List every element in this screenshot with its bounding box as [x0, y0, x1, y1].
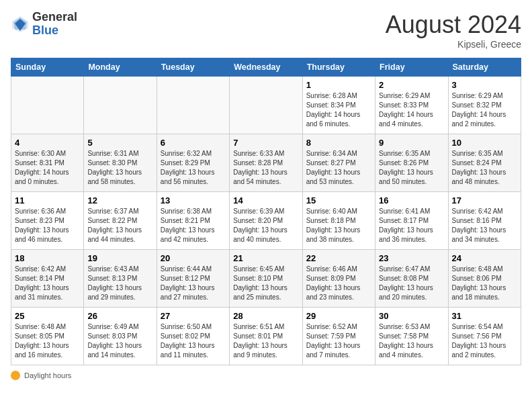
day-info: Sunrise: 6:35 AM Sunset: 8:24 PM Dayligh… — [452, 149, 517, 187]
day-number: 23 — [379, 253, 444, 263]
calendar-cell: 29Sunrise: 6:52 AM Sunset: 7:59 PM Dayli… — [302, 308, 375, 365]
logo: General Blue — [11, 11, 77, 38]
page-header: General Blue August 2024 Kipseli, Greece — [11, 11, 521, 50]
day-info: Sunrise: 6:50 AM Sunset: 8:02 PM Dayligh… — [161, 322, 226, 360]
day-number: 31 — [452, 311, 517, 321]
day-info: Sunrise: 6:31 AM Sunset: 8:30 PM Dayligh… — [87, 149, 152, 187]
day-info: Sunrise: 6:54 AM Sunset: 7:56 PM Dayligh… — [452, 322, 517, 360]
day-number: 26 — [87, 311, 152, 321]
calendar-cell: 17Sunrise: 6:42 AM Sunset: 8:16 PM Dayli… — [448, 192, 521, 250]
calendar-cell: 30Sunrise: 6:53 AM Sunset: 7:58 PM Dayli… — [375, 308, 448, 365]
day-info: Sunrise: 6:32 AM Sunset: 8:29 PM Dayligh… — [161, 149, 226, 187]
day-number: 25 — [15, 311, 80, 321]
header-cell-thursday: Thursday — [302, 58, 375, 77]
day-info: Sunrise: 6:53 AM Sunset: 7:58 PM Dayligh… — [379, 322, 444, 360]
day-number: 12 — [87, 195, 152, 205]
calendar-cell: 22Sunrise: 6:46 AM Sunset: 8:09 PM Dayli… — [302, 250, 375, 308]
calendar-cell: 14Sunrise: 6:39 AM Sunset: 8:20 PM Dayli… — [230, 192, 302, 250]
day-number: 21 — [233, 253, 298, 263]
header-cell-friday: Friday — [375, 58, 448, 77]
day-number: 4 — [15, 138, 80, 148]
day-info: Sunrise: 6:42 AM Sunset: 8:16 PM Dayligh… — [452, 207, 517, 244]
calendar-cell: 5Sunrise: 6:31 AM Sunset: 8:30 PM Daylig… — [84, 134, 157, 192]
day-number: 3 — [452, 80, 517, 90]
day-info: Sunrise: 6:28 AM Sunset: 8:34 PM Dayligh… — [306, 91, 371, 129]
calendar-cell: 28Sunrise: 6:51 AM Sunset: 8:01 PM Dayli… — [230, 308, 302, 365]
calendar-cell: 31Sunrise: 6:54 AM Sunset: 7:56 PM Dayli… — [448, 308, 521, 365]
calendar-week-1: 1Sunrise: 6:28 AM Sunset: 8:34 PM Daylig… — [11, 77, 521, 134]
day-number: 14 — [233, 195, 298, 205]
day-info: Sunrise: 6:36 AM Sunset: 8:23 PM Dayligh… — [15, 207, 80, 244]
calendar-cell: 21Sunrise: 6:45 AM Sunset: 8:10 PM Dayli… — [230, 250, 302, 308]
calendar-cell: 15Sunrise: 6:40 AM Sunset: 8:18 PM Dayli… — [302, 192, 375, 250]
daylight-label: Daylight hours — [24, 371, 71, 379]
day-info: Sunrise: 6:30 AM Sunset: 8:31 PM Dayligh… — [15, 149, 80, 187]
header-cell-tuesday: Tuesday — [157, 58, 229, 77]
calendar-cell: 11Sunrise: 6:36 AM Sunset: 8:23 PM Dayli… — [11, 192, 84, 250]
month-year-title: August 2024 — [386, 11, 521, 39]
day-number: 2 — [379, 80, 444, 90]
logo-icon — [11, 15, 30, 34]
logo-blue-text: Blue — [32, 24, 77, 38]
day-number: 27 — [161, 311, 226, 321]
day-info: Sunrise: 6:40 AM Sunset: 8:18 PM Dayligh… — [306, 207, 371, 244]
day-info: Sunrise: 6:44 AM Sunset: 8:12 PM Dayligh… — [161, 265, 226, 302]
calendar-cell: 9Sunrise: 6:35 AM Sunset: 8:26 PM Daylig… — [375, 134, 448, 192]
day-number: 28 — [233, 311, 298, 321]
day-number: 17 — [452, 195, 517, 205]
day-info: Sunrise: 6:45 AM Sunset: 8:10 PM Dayligh… — [233, 265, 298, 302]
header-cell-saturday: Saturday — [448, 58, 521, 77]
title-section: August 2024 Kipseli, Greece — [386, 11, 521, 50]
calendar-cell: 10Sunrise: 6:35 AM Sunset: 8:24 PM Dayli… — [448, 134, 521, 192]
day-info: Sunrise: 6:35 AM Sunset: 8:26 PM Dayligh… — [379, 149, 444, 187]
logo-text: General Blue — [32, 11, 77, 38]
footer-note: Daylight hours — [11, 371, 521, 380]
day-number: 18 — [15, 253, 80, 263]
day-info: Sunrise: 6:33 AM Sunset: 8:28 PM Dayligh… — [233, 149, 298, 187]
calendar-cell: 2Sunrise: 6:29 AM Sunset: 8:33 PM Daylig… — [375, 77, 448, 134]
calendar-cell: 13Sunrise: 6:38 AM Sunset: 8:21 PM Dayli… — [157, 192, 229, 250]
day-info: Sunrise: 6:29 AM Sunset: 8:32 PM Dayligh… — [452, 91, 517, 129]
day-info: Sunrise: 6:39 AM Sunset: 8:20 PM Dayligh… — [233, 207, 298, 244]
day-number: 13 — [161, 195, 226, 205]
day-number: 29 — [306, 311, 371, 321]
day-number: 9 — [379, 138, 444, 148]
calendar-cell: 3Sunrise: 6:29 AM Sunset: 8:32 PM Daylig… — [448, 77, 521, 134]
day-number: 19 — [87, 253, 152, 263]
day-number: 7 — [233, 138, 298, 148]
day-number: 8 — [306, 138, 371, 148]
day-info: Sunrise: 6:51 AM Sunset: 8:01 PM Dayligh… — [233, 322, 298, 360]
day-info: Sunrise: 6:37 AM Sunset: 8:22 PM Dayligh… — [87, 207, 152, 244]
calendar-cell: 6Sunrise: 6:32 AM Sunset: 8:29 PM Daylig… — [157, 134, 229, 192]
calendar-header-row: SundayMondayTuesdayWednesdayThursdayFrid… — [11, 58, 521, 77]
day-number: 30 — [379, 311, 444, 321]
calendar-cell: 4Sunrise: 6:30 AM Sunset: 8:31 PM Daylig… — [11, 134, 84, 192]
day-info: Sunrise: 6:29 AM Sunset: 8:33 PM Dayligh… — [379, 91, 444, 129]
calendar-table: SundayMondayTuesdayWednesdayThursdayFrid… — [11, 58, 521, 365]
calendar-cell: 16Sunrise: 6:41 AM Sunset: 8:17 PM Dayli… — [375, 192, 448, 250]
sun-icon — [11, 371, 20, 380]
calendar-cell — [11, 77, 84, 134]
header-cell-monday: Monday — [84, 58, 157, 77]
day-info: Sunrise: 6:48 AM Sunset: 8:06 PM Dayligh… — [452, 265, 517, 302]
day-number: 6 — [161, 138, 226, 148]
day-info: Sunrise: 6:42 AM Sunset: 8:14 PM Dayligh… — [15, 265, 80, 302]
day-number: 1 — [306, 80, 371, 90]
day-number: 15 — [306, 195, 371, 205]
calendar-cell: 12Sunrise: 6:37 AM Sunset: 8:22 PM Dayli… — [84, 192, 157, 250]
header-cell-sunday: Sunday — [11, 58, 84, 77]
day-number: 5 — [87, 138, 152, 148]
calendar-cell: 1Sunrise: 6:28 AM Sunset: 8:34 PM Daylig… — [302, 77, 375, 134]
day-info: Sunrise: 6:49 AM Sunset: 8:03 PM Dayligh… — [87, 322, 152, 360]
calendar-cell — [230, 77, 302, 134]
calendar-cell: 20Sunrise: 6:44 AM Sunset: 8:12 PM Dayli… — [157, 250, 229, 308]
logo-general-text: General — [32, 11, 77, 24]
day-info: Sunrise: 6:41 AM Sunset: 8:17 PM Dayligh… — [379, 207, 444, 244]
day-number: 24 — [452, 253, 517, 263]
calendar-cell: 25Sunrise: 6:48 AM Sunset: 8:05 PM Dayli… — [11, 308, 84, 365]
day-info: Sunrise: 6:47 AM Sunset: 8:08 PM Dayligh… — [379, 265, 444, 302]
day-info: Sunrise: 6:46 AM Sunset: 8:09 PM Dayligh… — [306, 265, 371, 302]
day-info: Sunrise: 6:34 AM Sunset: 8:27 PM Dayligh… — [306, 149, 371, 187]
day-number: 11 — [15, 195, 80, 205]
calendar-week-4: 18Sunrise: 6:42 AM Sunset: 8:14 PM Dayli… — [11, 250, 521, 308]
